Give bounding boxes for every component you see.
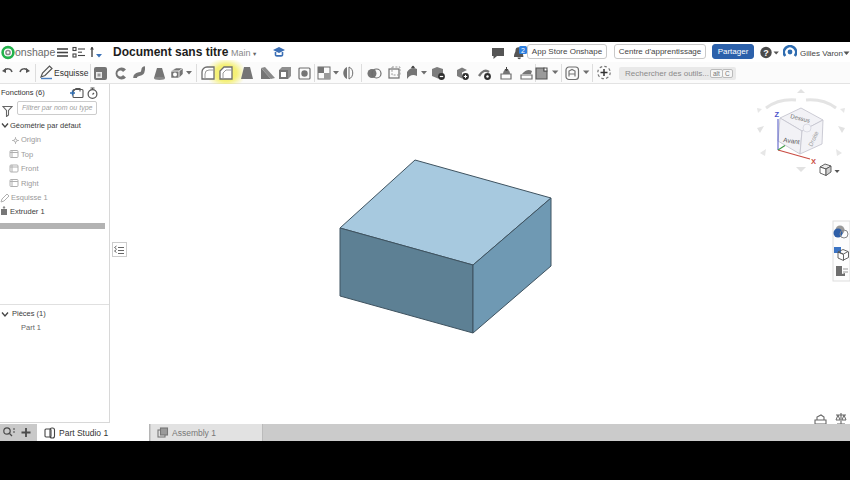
svg-text:Esquisse: Esquisse bbox=[54, 68, 89, 78]
svg-text:X: X bbox=[811, 157, 816, 166]
svg-text:2: 2 bbox=[521, 47, 525, 54]
svg-text:?: ? bbox=[763, 48, 769, 58]
svg-text:Z: Z bbox=[775, 110, 780, 119]
svg-text:onshape: onshape bbox=[15, 46, 55, 58]
